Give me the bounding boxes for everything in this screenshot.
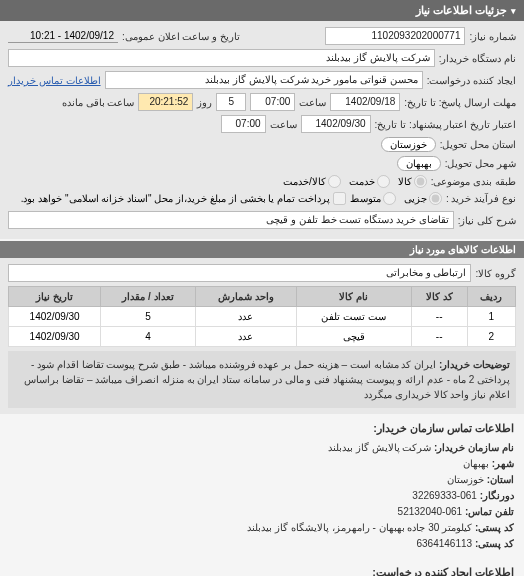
table-row[interactable]: 2 -- قیچی عدد 4 1402/09/30 [9, 327, 516, 347]
buyer-org-label: نام دستگاه خریدار: [439, 53, 516, 64]
need-details-section: شماره نیاز: 1102093202000771 تاریخ و ساع… [0, 21, 524, 239]
announce-datetime: 1402/09/12 - 10:21 [8, 29, 118, 43]
contact-address: کیلومتر 30 جاده بهبهان - رامهرمز، پالایش… [247, 522, 472, 533]
buyer-org: شرکت پالایش گاز بیدبلند [8, 49, 435, 67]
province-chip: خوزستان [381, 137, 436, 152]
class-radio-goods[interactable]: کالا [398, 175, 427, 188]
buyer-note-box: توضیحات خریدار: ایران کد مشابه است – هزی… [8, 351, 516, 408]
buyer-contact-block: اطلاعات تماس سازمان خریدار: نام سازمان خ… [0, 414, 524, 558]
class-radio-group: کالا خدمت کالا/خدمت [283, 175, 427, 188]
items-header: اطلاعات کالاهای مورد نیاز [0, 241, 524, 258]
contact-org: شرکت پالایش گاز بیدبلند [328, 442, 431, 453]
col-idx: ردیف [467, 287, 515, 307]
deadline-time: 07:00 [250, 93, 295, 111]
col-unit: واحد شمارش [195, 287, 296, 307]
contact-fax: 061-32269333 [412, 490, 477, 501]
buyer-note-label: توضیحات خریدار: [439, 359, 510, 370]
creator-contact-block: اطلاعات ایجاد کننده درخواست: نام: محسن ن… [0, 558, 524, 576]
process-radio-medium[interactable]: متوسط [350, 192, 396, 205]
process-radio-group: جزیی متوسط [350, 192, 442, 205]
contact-province: خوزستان [447, 474, 484, 485]
creator-label: ایجاد کننده درخواست: [427, 75, 516, 86]
class-radio-both[interactable]: کالا/خدمت [283, 175, 341, 188]
buyer-contact-title: اطلاعات تماس سازمان خریدار: [10, 420, 514, 438]
col-name: نام کالا [296, 287, 411, 307]
need-number: 1102093202000771 [325, 27, 465, 45]
buyer-note-text: ایران کد مشابه است – هزینه حمل بر عهده ف… [24, 359, 510, 400]
deadline-date: 1402/09/18 [330, 93, 400, 111]
items-section: گروه کالا: ارتباطی و مخابراتی ردیف کد کا… [0, 258, 524, 414]
process-label: نوع فرآیند خرید : [446, 193, 516, 204]
creator-contact-title: اطلاعات ایجاد کننده درخواست: [10, 564, 514, 576]
class-label: طبقه بندی موضوعی: [431, 176, 516, 187]
city-chip: بهبهان [397, 156, 441, 171]
col-qty: تعداد / مقدار [101, 287, 195, 307]
treasury-note: پرداخت تمام یا بخشی از مبلغ خرید،از محل … [21, 193, 330, 204]
desc-label: شرح کلی نیاز: [458, 215, 516, 226]
buyer-contact-link[interactable]: اطلاعات تماس خریدار [8, 75, 101, 86]
contact-zip: 6364146113 [416, 538, 472, 549]
days-remaining: 5 [216, 93, 246, 111]
process-radio-minor[interactable]: جزیی [404, 192, 442, 205]
remain-label: ساعت باقی مانده [62, 97, 135, 108]
creator: محسن قنواتی مامور خرید شرکت پالایش گاز ب… [105, 71, 423, 89]
class-radio-service[interactable]: خدمت [349, 175, 390, 188]
panel-header[interactable]: ▾ جزئیات اطلاعات نیاز [0, 0, 524, 21]
days-label: روز [197, 97, 212, 108]
province-label: استان محل تحویل: [440, 139, 516, 150]
need-number-label: شماره نیاز: [469, 31, 516, 42]
validity-date: 1402/09/30 [301, 115, 371, 133]
announce-label: تاریخ و ساعت اعلان عمومی: [122, 31, 240, 42]
contact-tel: 061-52132040 [398, 506, 463, 517]
table-row[interactable]: 1 -- ست تست تلفن عدد 5 1402/09/30 [9, 307, 516, 327]
validity-label: اعتبار تاریخ اعتبار پیشنهاد: تا تاریخ: [375, 119, 516, 130]
col-code: کد کالا [411, 287, 467, 307]
treasury-checkbox[interactable]: پرداخت تمام یا بخشی از مبلغ خرید،از محل … [21, 192, 346, 205]
group-value: ارتباطی و مخابراتی [8, 264, 471, 282]
table-header-row: ردیف کد کالا نام کالا واحد شمارش تعداد /… [9, 287, 516, 307]
deadline-label: مهلت ارسال پاسخ: تا تاریخ: [404, 97, 516, 108]
group-label: گروه کالا: [475, 268, 516, 279]
deadline-time-label: ساعت [299, 97, 326, 108]
col-date: تاریخ نیاز [9, 287, 101, 307]
validity-time: 07:00 [221, 115, 266, 133]
city-label: شهر محل تحویل: [445, 158, 516, 169]
time-remaining: 20:21:52 [138, 93, 193, 111]
need-description: تقاضای خرید دستگاه تست خط تلفن و قیچی [8, 211, 454, 229]
chevron-down-icon: ▾ [511, 6, 516, 16]
items-table: ردیف کد کالا نام کالا واحد شمارش تعداد /… [8, 286, 516, 347]
validity-time-label: ساعت [270, 119, 297, 130]
contact-city: بهبهان [463, 458, 489, 469]
panel-title: جزئیات اطلاعات نیاز [416, 4, 507, 17]
